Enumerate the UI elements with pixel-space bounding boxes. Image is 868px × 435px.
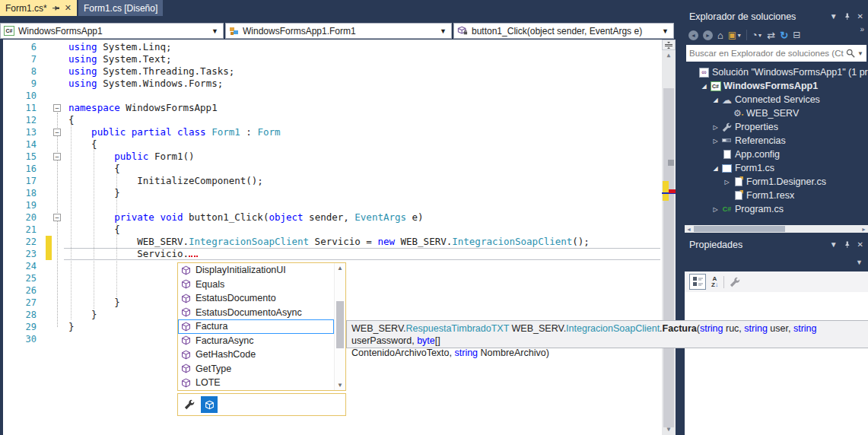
code-line-12[interactable]: 12{ — [3, 114, 660, 126]
code-line-15[interactable]: 15− public Form1() — [3, 151, 660, 163]
intellisense-item-LOTE[interactable]: LOTE — [178, 376, 334, 390]
chevron-down-icon[interactable]: ▼ — [830, 12, 838, 21]
solution-explorer-search[interactable]: Buscar en Explorador de soluciones (Ct ▼ — [686, 45, 866, 62]
code-line-19[interactable]: 19 — [3, 199, 660, 211]
scroll-down-arrow-icon[interactable]: ▼ — [662, 424, 676, 435]
tree-item-form1-cs[interactable]: ◢Form1.cs — [685, 161, 868, 175]
code-line-10[interactable]: 10 — [3, 90, 660, 102]
tree-item-referencias[interactable]: ▷Referencias — [685, 134, 868, 148]
toolbar-overflow-icon[interactable]: » — [860, 25, 864, 33]
collapsed-arrow-icon[interactable]: ▷ — [722, 179, 732, 186]
scroll-up-arrow-icon[interactable]: ▲ — [662, 50, 676, 61]
scrollbar-thumb[interactable] — [663, 88, 674, 427]
code-line-6[interactable]: 6using System.Linq; — [3, 41, 660, 53]
code-line-18[interactable]: 18 } — [3, 187, 660, 199]
switch-views-icon[interactable]: ▣▼ — [728, 30, 742, 40]
collapsed-arrow-icon[interactable]: ▷ — [711, 138, 720, 144]
tree-item-properties[interactable]: ▷Properties — [685, 120, 868, 134]
member-dropdown[interactable]: button1_Click(object sender, EventArgs e… — [453, 23, 674, 39]
pending-changes-filter-icon[interactable]: ◔▼ — [752, 30, 762, 40]
tree-item-app-config[interactable]: App.config — [685, 148, 868, 161]
expanded-arrow-icon[interactable]: ◢ — [711, 165, 720, 172]
code-line-22[interactable]: 22 WEB_SERV.IntegracionSoapClient Servic… — [3, 236, 660, 248]
intellisense-item-EstatusDocumentoAsync[interactable]: EstatusDocumentoAsync — [178, 306, 334, 320]
code-line-23[interactable]: 23 Servicio. — [3, 248, 660, 260]
code-line-7[interactable]: 7using System.Text; — [3, 53, 660, 65]
code-line-16[interactable]: 16 { — [3, 163, 660, 175]
intellisense-item-FacturaAsync[interactable]: FacturaAsync — [178, 334, 334, 348]
collapse-all-icon[interactable]: ⊟ — [793, 30, 800, 40]
scrollbar-thumb[interactable] — [694, 226, 785, 232]
close-icon[interactable]: ✕ — [857, 240, 863, 249]
categorized-icon[interactable] — [689, 274, 706, 290]
scrollbar-thumb[interactable] — [336, 301, 344, 348]
code-line-21[interactable]: 21 { — [3, 224, 660, 236]
code-line-20[interactable]: 20− private void button1_Click(object se… — [3, 211, 660, 224]
tree-item-form1-designer-cs[interactable]: ▷Form1.Designer.cs — [685, 175, 868, 189]
scroll-up-arrow-icon[interactable]: ▲ — [335, 265, 345, 271]
chevron-down-icon[interactable]: ▼ — [830, 240, 838, 249]
pin-icon[interactable] — [844, 241, 851, 249]
intellisense-item-Equals[interactable]: Equals — [178, 278, 334, 292]
method-cube-icon — [181, 364, 191, 373]
sync-with-active-document-icon[interactable]: ⇄ — [767, 30, 775, 41]
properties-object-dropdown[interactable]: ▼ — [685, 253, 868, 271]
tree-item-windowsformsapp1[interactable]: ◢C#WindowsFormsApp1 — [685, 79, 868, 93]
scroll-left-arrow-icon[interactable]: ◄ — [685, 227, 693, 232]
properties-titlebar[interactable]: Propiedades ▼ ✕ — [685, 236, 868, 253]
tab-form1-cs[interactable]: Form1.cs* ✕ — [0, 0, 77, 16]
tree-item-connected-services[interactable]: ◢☁Connected Services — [685, 93, 868, 106]
back-icon[interactable]: ◄ — [688, 30, 698, 40]
refresh-icon[interactable]: ↻ — [780, 30, 788, 41]
collapsed-arrow-icon[interactable]: ▷ — [711, 124, 720, 131]
intellisense-item-GetHashCode[interactable]: GetHashCode — [178, 348, 334, 362]
tree-item-soluci-n-windowsformsapp1-1-proy[interactable]: ∞Solución "WindowsFormsApp1" (1 proy — [685, 65, 868, 79]
collapse-region-icon[interactable]: − — [53, 153, 61, 160]
search-input[interactable]: Buscar en Explorador de soluciones (Ct — [689, 49, 846, 58]
code-line-14[interactable]: 14 { — [3, 138, 660, 151]
intellisense-item-DisplayInitializationUI[interactable]: DisplayInitializationUI — [178, 263, 334, 278]
intellisense-item-EstatusDocumento[interactable]: EstatusDocumento — [178, 291, 334, 306]
code-line-11[interactable]: 11−namespace WindowsFormsApp1 — [3, 102, 660, 114]
project-dropdown[interactable]: C# WindowsFormsApp1 ▼ — [0, 23, 224, 39]
tree-item-web-serv[interactable]: ⚙▪WEB_SERV — [685, 106, 868, 120]
pin-icon[interactable] — [52, 5, 59, 12]
home-icon[interactable]: ⌂ — [717, 30, 723, 41]
pin-icon[interactable] — [844, 13, 851, 21]
code-line-9[interactable]: 9using System.Windows.Forms; — [3, 78, 660, 90]
tab-form1-cs-design[interactable]: Form1.cs [Diseño] — [78, 0, 163, 16]
code-line-17[interactable]: 17 InitializeComponent(); — [3, 175, 660, 187]
fold-margin[interactable]: − — [52, 102, 64, 114]
code-line-8[interactable]: 8using System.Threading.Tasks; — [3, 65, 660, 78]
intellisense-item-GetType[interactable]: GetType — [178, 362, 334, 376]
filter-methods-button[interactable] — [201, 396, 218, 413]
collapse-region-icon[interactable]: − — [53, 214, 61, 221]
forward-icon[interactable]: ► — [703, 30, 713, 40]
solution-explorer-hscrollbar[interactable]: ◄ ► — [685, 225, 868, 233]
close-icon[interactable]: ✕ — [857, 12, 863, 21]
close-icon[interactable]: ✕ — [65, 3, 72, 13]
expanded-arrow-icon[interactable]: ◢ — [711, 97, 720, 103]
fold-margin[interactable]: − — [52, 211, 64, 224]
type-dropdown[interactable]: WindowsFormsApp1.Form1 ▼ — [225, 23, 452, 39]
tree-item-program-cs[interactable]: ▷C#Program.cs — [685, 202, 868, 216]
scroll-right-arrow-icon[interactable]: ► — [860, 227, 868, 232]
code-line-13[interactable]: 13− public partial class Form1 : Form — [3, 126, 660, 138]
property-pages-wrench-icon[interactable] — [730, 277, 740, 287]
property-pages-wrench-icon[interactable] — [184, 399, 195, 410]
alphabetical-sort-icon[interactable]: AZ↓ — [711, 276, 718, 288]
intellisense-item-Factura[interactable]: Factura — [178, 319, 334, 334]
collapse-region-icon[interactable]: − — [53, 104, 61, 112]
intellisense-scrollbar[interactable]: ▲ ▼ — [334, 263, 345, 390]
editor-vertical-scrollbar[interactable]: ▲ ▼ — [662, 40, 676, 435]
tree-item-form1-resx[interactable]: Form1.resx — [685, 189, 868, 202]
scroll-down-arrow-icon[interactable]: ▼ — [335, 382, 345, 389]
editor-splitter-handle[interactable] — [662, 40, 676, 50]
collapsed-arrow-icon[interactable]: ▷ — [711, 206, 720, 213]
fold-margin[interactable]: − — [52, 151, 64, 163]
chevron-down-icon[interactable]: ▼ — [857, 50, 863, 57]
collapse-region-icon[interactable]: − — [53, 129, 61, 136]
fold-margin[interactable]: − — [52, 126, 64, 138]
expanded-arrow-icon[interactable]: ◢ — [699, 83, 709, 90]
solution-explorer-titlebar[interactable]: Explorador de soluciones ▼ ✕ — [685, 8, 868, 25]
